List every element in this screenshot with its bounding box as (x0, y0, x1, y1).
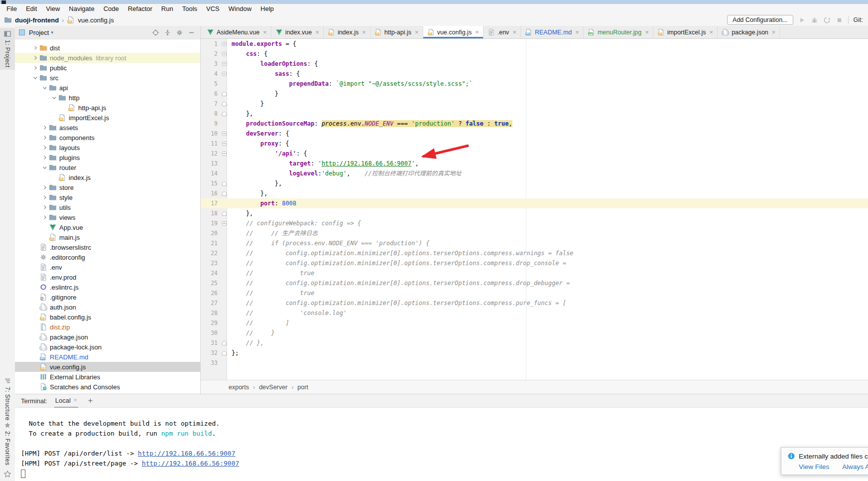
menu-help[interactable]: Help (256, 4, 278, 14)
terminal-cursor[interactable] (21, 470, 25, 478)
code-text[interactable]: // }, (229, 338, 868, 348)
fold-marker-icon[interactable] (220, 340, 229, 346)
tree-item-package-json[interactable]: {..}package.json (15, 332, 200, 342)
code-text[interactable]: } (229, 99, 868, 109)
menu-vcs[interactable]: VCS (202, 4, 224, 14)
menu-window[interactable]: Window (224, 4, 256, 14)
close-icon[interactable]: × (512, 28, 516, 36)
chevron-right-icon[interactable] (41, 145, 48, 151)
run-icon[interactable] (798, 16, 806, 24)
close-icon[interactable]: × (415, 28, 419, 36)
fold-marker-icon[interactable] (220, 191, 229, 196)
tree-item-api[interactable]: api (15, 83, 200, 93)
tree-item-node-modules[interactable]: node_moduleslibrary root (15, 53, 200, 63)
terminal-link[interactable]: http://192.168.66.56:9007 (138, 450, 236, 457)
chevron-right-icon[interactable] (41, 214, 48, 220)
code-text[interactable]: productionSourceMap: process.env.NODE_EN… (229, 119, 868, 129)
menu-edit[interactable]: Edit (21, 4, 41, 14)
tree-item-utils[interactable]: utils (15, 202, 200, 212)
chevron-right-icon[interactable] (41, 204, 48, 210)
code-text[interactable]: '/api': { (229, 149, 868, 159)
tree-item-dist-zip[interactable]: dist.zip (15, 322, 200, 332)
tool-window-button-favorites[interactable]: 2: Favorites (0, 419, 15, 468)
close-icon[interactable]: × (74, 397, 77, 404)
code-text[interactable]: // ] (229, 318, 868, 328)
coverage-icon[interactable] (823, 16, 831, 24)
fold-marker-icon[interactable] (220, 151, 229, 157)
tree-item-assets[interactable]: assets (15, 123, 200, 133)
tab--env[interactable]: .env× (484, 26, 521, 38)
close-icon[interactable]: × (575, 28, 579, 36)
close-icon[interactable]: × (315, 28, 319, 36)
tree-item-views[interactable]: views (15, 212, 200, 222)
terminal-link[interactable]: http://192.168.66.56:9007 (142, 460, 240, 467)
star-icon[interactable] (3, 470, 11, 478)
close-icon[interactable]: × (475, 28, 479, 36)
code-text[interactable]: }, (229, 188, 868, 198)
tree-item-importexcel-js[interactable]: JSimportExcel.js (15, 113, 200, 123)
tree-item-vue-config-js[interactable]: JSvue.config.js (15, 362, 200, 372)
tree-item-main-js[interactable]: JSmain.js (15, 232, 200, 242)
code-text[interactable]: // 'console.log' (229, 308, 868, 318)
tree-item-dist[interactable]: dist (15, 43, 200, 53)
chevron-right-icon[interactable] (31, 45, 39, 51)
tab-importexcel-js[interactable]: JSimportExcel.js× (653, 26, 718, 38)
fold-marker-icon[interactable] (220, 221, 229, 226)
code-text[interactable]: port: 8008 (229, 198, 868, 208)
project-panel-title[interactable]: Project (29, 29, 49, 36)
settings-gear-icon[interactable] (176, 29, 183, 36)
code-text[interactable]: devServer: { (229, 129, 868, 139)
tree-item--editorconfig[interactable]: .editorconfig (15, 252, 200, 262)
code-text[interactable]: // config.optimization.minimizer[0].opti… (229, 258, 868, 268)
fold-marker-icon[interactable] (220, 131, 229, 137)
chevron-right-icon[interactable] (31, 65, 39, 71)
code-text[interactable]: target: 'http://192.168.66.56:9007', (229, 159, 868, 168)
menu-refactor[interactable]: Refactor (124, 4, 157, 14)
menu-run[interactable]: Run (157, 4, 178, 14)
breadcrumb-file[interactable]: vue.config.js (78, 16, 114, 24)
close-icon[interactable]: × (362, 28, 366, 36)
chevron-down-icon[interactable] (41, 85, 48, 91)
git-branch-widget[interactable]: Git: (854, 16, 863, 23)
tree-item-store[interactable]: store (15, 182, 200, 192)
tree-item-index-js[interactable]: JSindex.js (15, 172, 200, 182)
fold-marker-icon[interactable] (220, 181, 229, 186)
chevron-right-icon[interactable] (41, 125, 48, 131)
fold-marker-icon[interactable] (220, 91, 229, 97)
menu-navigate[interactable]: Navigate (64, 4, 99, 14)
tree-item--gitignore[interactable]: .gitignore (15, 292, 200, 302)
stop-icon[interactable] (836, 16, 843, 24)
code-text[interactable]: loaderOptions: { (229, 59, 868, 69)
tree-item-components[interactable]: components (15, 133, 200, 143)
code-text[interactable]: // } (229, 328, 868, 338)
tab-menurouter-jpg[interactable]: menuRouter.jpg× (584, 26, 653, 38)
tree-item-babel-config-js[interactable]: JSbabel.config.js (15, 312, 200, 322)
fold-marker-icon[interactable] (220, 51, 229, 57)
code-editor[interactable]: 1module.exports = {2 css: {3 loaderOptio… (201, 39, 868, 380)
breadcrumb-exports[interactable]: exports (229, 384, 249, 391)
tree-item-public[interactable]: public (15, 63, 200, 73)
add-configuration-button[interactable]: Add Configuration... (727, 15, 793, 25)
tree-item-http[interactable]: http (15, 93, 200, 103)
tree-item-router[interactable]: router (15, 162, 200, 172)
terminal-output[interactable]: Note that the development build is not o… (15, 408, 868, 478)
tree-item-readme-md[interactable]: MDREADME.md (15, 352, 200, 362)
code-text[interactable]: prependData: `@import "~@/assets/scss/st… (229, 79, 868, 89)
breadcrumb-project[interactable]: duoji-frontend (15, 16, 59, 24)
tree-item-auth-json[interactable]: {..}auth.json (15, 302, 200, 312)
code-text[interactable]: // config.optimization.minimizer[0].opti… (229, 248, 868, 258)
tool-window-button-structure[interactable]: 7: Structure (0, 375, 15, 423)
chevron-down-icon[interactable] (50, 95, 58, 101)
tree-item--browserslistrc[interactable]: .browserslistrc (15, 242, 200, 252)
menu-code[interactable]: Code (99, 4, 124, 14)
new-terminal-icon[interactable]: + (88, 396, 93, 405)
chevron-down-icon[interactable] (41, 164, 48, 170)
terminal-label[interactable]: Terminal: (21, 397, 47, 405)
code-text[interactable]: logLevel:'debug', //控制台终端打印代理前的真实地址 (229, 168, 868, 178)
fold-marker-icon[interactable] (220, 41, 229, 47)
tree-item-src[interactable]: src (15, 73, 200, 83)
fold-marker-icon[interactable] (220, 211, 229, 216)
tab-index-vue[interactable]: index.vue× (271, 26, 324, 38)
code-text[interactable]: // true (229, 288, 868, 298)
locate-file-icon[interactable] (152, 29, 159, 36)
